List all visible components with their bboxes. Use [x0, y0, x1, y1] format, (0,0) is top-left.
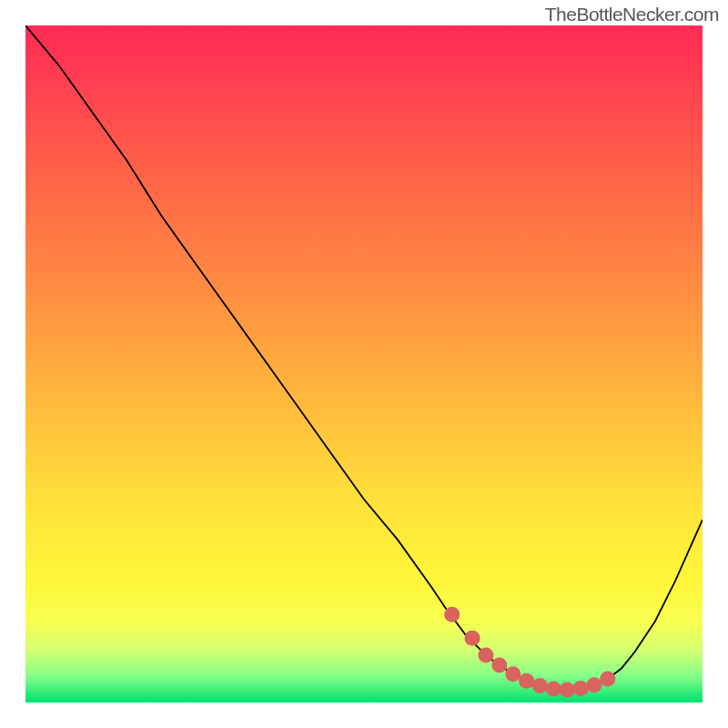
bottleneck-marker — [505, 666, 521, 682]
bottleneck-marker — [600, 672, 615, 687]
bottleneck-curve — [25, 25, 703, 690]
bottleneck-marker — [491, 658, 507, 673]
bottleneck-marker — [465, 631, 480, 646]
watermark-text: TheBottleNecker.com — [545, 4, 719, 25]
bottleneck-marker — [519, 673, 534, 689]
bottleneck-marker — [546, 682, 561, 697]
bottleneck-marker — [532, 678, 548, 693]
bottleneck-marker — [444, 607, 460, 622]
bottleneck-marker — [560, 682, 575, 697]
bottleneck-markers — [444, 607, 615, 698]
bottleneck-marker — [478, 647, 493, 662]
chart-svg-overlay — [25, 25, 703, 703]
chart-plot-area — [25, 25, 703, 703]
bottleneck-marker — [573, 681, 589, 696]
bottleneck-marker — [587, 677, 602, 693]
